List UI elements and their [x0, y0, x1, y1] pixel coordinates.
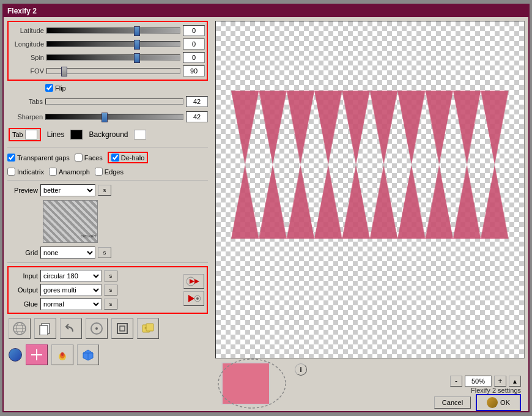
cancel-btn[interactable]: Cancel — [434, 396, 471, 409]
info-row: i — [295, 363, 521, 376]
ok-icon — [487, 397, 498, 408]
glue-select[interactable]: normal blend — [40, 298, 102, 310]
tab-button[interactable]: Tab — [9, 128, 41, 141]
input-s-btn[interactable]: s — [104, 270, 117, 281]
edges-label[interactable]: Edges — [95, 168, 124, 176]
tab-button-label: Tab — [12, 131, 23, 138]
circle-btn[interactable] — [86, 318, 108, 339]
faces-text: Faces — [84, 154, 103, 162]
anamorph-label[interactable]: Anamorph — [49, 168, 90, 176]
title-bar: Flexify 2 — [4, 5, 528, 17]
square-btn[interactable] — [111, 318, 133, 339]
bottom-icons-row — [7, 316, 208, 341]
latitude-thumb[interactable] — [134, 26, 140, 36]
options-row1: Transparent gaps Faces De-halo — [7, 150, 208, 165]
preview-canvas — [215, 21, 525, 358]
io-right — [183, 270, 204, 310]
tabs-input[interactable] — [186, 96, 208, 107]
transparent-gaps-label[interactable]: Transparent gaps — [7, 154, 70, 162]
spin-row: Spin — [9, 51, 205, 64]
zoom-minus-btn[interactable]: - — [450, 376, 462, 387]
spin-thumb[interactable] — [134, 53, 140, 63]
fov-slider[interactable] — [46, 68, 180, 74]
orb-icon[interactable] — [9, 348, 22, 362]
de-halo-checkbox[interactable] — [111, 154, 119, 162]
play-with-options-btn[interactable] — [183, 291, 204, 306]
faces-label[interactable]: Faces — [75, 154, 103, 162]
options-row2: Indicatrix Anamorph Edges — [7, 166, 208, 177]
ok-btn[interactable]: OK — [476, 394, 521, 411]
input-select[interactable]: circular 180 equirectangular — [40, 270, 102, 282]
lines-color-box[interactable] — [70, 130, 83, 139]
grid-select[interactable]: none small medium large — [40, 247, 95, 259]
play-forward-btn[interactable] — [183, 274, 204, 289]
sharpen-slider[interactable] — [45, 114, 183, 120]
crosshair-btn[interactable] — [26, 344, 48, 365]
svg-rect-18 — [146, 324, 153, 331]
left-panel: Latitude Longitude Spin — [4, 17, 212, 411]
spikes-visualization — [231, 39, 509, 291]
faces-checkbox[interactable] — [75, 154, 83, 162]
de-halo-label[interactable]: De-halo — [111, 154, 145, 162]
longitude-input[interactable] — [183, 39, 205, 50]
fov-thumb[interactable] — [61, 67, 67, 76]
bottom-bar: i - 50% + ▲ Flexify 2 settings Cancel — [215, 358, 525, 407]
longitude-label: Longitude — [9, 40, 44, 48]
latitude-input[interactable] — [183, 25, 205, 36]
input-row: Input circular 180 equirectangular s — [11, 270, 179, 282]
latitude-label: Latitude — [9, 27, 44, 34]
preview-select[interactable]: better good fast — [40, 184, 95, 196]
edges-checkbox[interactable] — [95, 168, 103, 176]
flame-btn[interactable] — [51, 344, 73, 365]
claudia-watermark: claudia — [81, 233, 96, 239]
output-row: Output gores multi equirectangular s — [11, 284, 179, 296]
longitude-slider[interactable] — [46, 41, 180, 47]
background-color-box[interactable] — [134, 130, 146, 139]
glue-s-btn[interactable]: s — [104, 299, 117, 310]
de-halo-box: De-halo — [108, 152, 149, 163]
spin-input[interactable] — [183, 52, 205, 63]
grid-row: Grid none small medium large s — [7, 246, 208, 259]
preview-s-btn[interactable]: s — [98, 185, 111, 196]
divider1 — [7, 147, 208, 147]
svg-point-24 — [61, 352, 64, 356]
flip-label[interactable]: Flip — [45, 84, 66, 92]
latitude-slider[interactable] — [46, 28, 180, 34]
fov-label: FOV — [9, 67, 44, 75]
indicatrix-label[interactable]: Indicatrix — [7, 168, 44, 176]
tab-color-box[interactable] — [25, 130, 37, 139]
sharpen-input[interactable] — [186, 111, 208, 122]
indicatrix-checkbox[interactable] — [7, 168, 15, 176]
globe-btn[interactable] — [9, 318, 31, 339]
longitude-thumb[interactable] — [134, 40, 140, 50]
info-btn[interactable]: i — [295, 363, 307, 376]
undo-btn[interactable] — [60, 318, 82, 339]
zoom-plus-btn[interactable]: + — [494, 376, 506, 387]
ok-label: OK — [500, 399, 510, 406]
svg-rect-16 — [120, 326, 125, 331]
indicatrix-text: Indicatrix — [17, 168, 44, 176]
dice-btn[interactable] — [137, 318, 159, 339]
grid-s-btn[interactable]: s — [98, 247, 111, 258]
up-arrow-btn[interactable]: ▲ — [509, 376, 521, 387]
fov-input[interactable] — [183, 65, 205, 76]
spin-slider[interactable] — [46, 54, 180, 61]
sharpen-label: Sharpen — [7, 113, 43, 121]
anamorph-checkbox[interactable] — [49, 168, 57, 176]
glue-row: Glue normal blend s — [11, 298, 179, 310]
output-s-btn[interactable]: s — [104, 284, 117, 295]
sharpen-thumb[interactable] — [102, 113, 108, 122]
glue-label: Glue — [11, 300, 38, 308]
preview-small-wrap: claudia — [7, 200, 208, 243]
copy-btn[interactable] — [34, 318, 56, 339]
input-label: Input — [11, 272, 38, 280]
gem-btn[interactable] — [77, 344, 99, 365]
settings-label: Flexify 2 settings — [295, 387, 521, 394]
tabs-slider[interactable] — [45, 98, 183, 105]
output-select[interactable]: gores multi equirectangular — [40, 284, 102, 296]
flip-row: Flip — [7, 83, 208, 93]
svg-point-31 — [218, 359, 286, 408]
flip-text: Flip — [55, 84, 66, 92]
transparent-gaps-checkbox[interactable] — [7, 154, 15, 162]
flip-checkbox[interactable] — [45, 84, 53, 92]
